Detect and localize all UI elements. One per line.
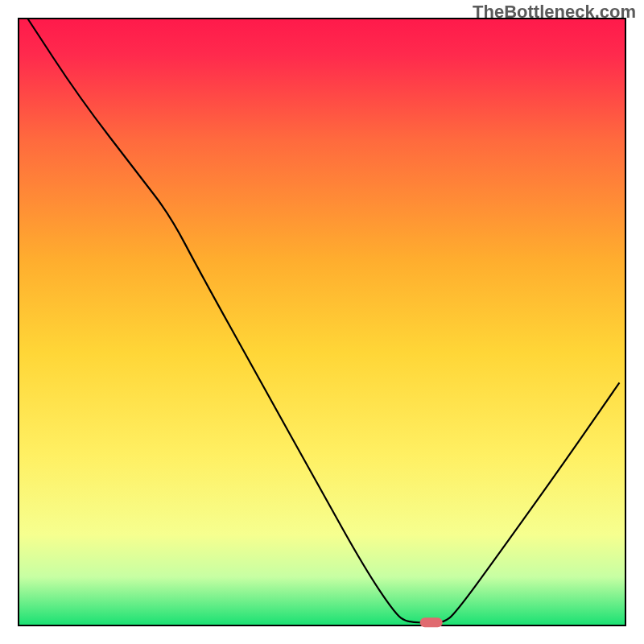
gradient-background [19, 19, 625, 625]
optimal-marker [420, 617, 443, 627]
chart-container: TheBottleneck.com [0, 0, 644, 644]
watermark-text: TheBottleneck.com [473, 2, 636, 23]
bottleneck-chart [0, 0, 644, 644]
